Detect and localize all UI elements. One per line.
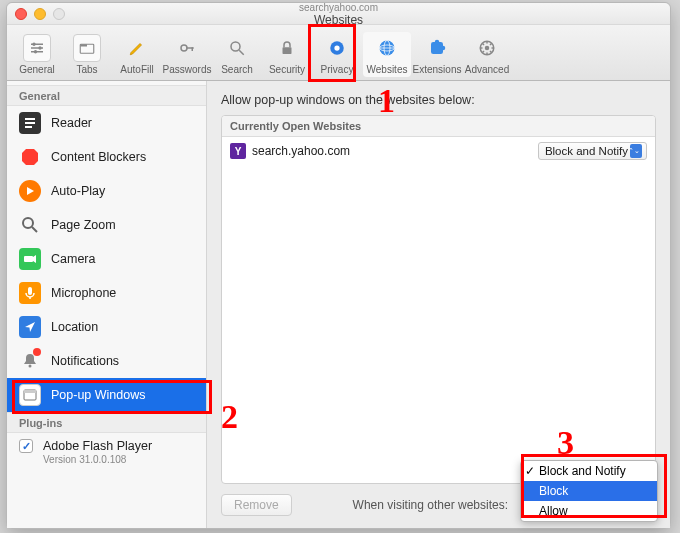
tabs-icon	[73, 34, 101, 62]
zoom-button[interactable]	[53, 8, 65, 20]
toolbar-label: Privacy	[321, 64, 354, 75]
sidebar-item-label: Auto-Play	[51, 184, 105, 198]
location-icon	[19, 316, 41, 338]
sidebar-item-popup-windows[interactable]: Pop-up Windows	[7, 378, 206, 412]
title-subtitle: Websites	[299, 14, 378, 26]
svg-point-3	[32, 43, 35, 46]
svg-rect-27	[25, 126, 32, 128]
advanced-icon	[473, 34, 501, 62]
title-stack: searchyahoo.com Websites	[299, 2, 378, 26]
sidebar: General Reader Content Blockers Auto-Pla…	[7, 81, 207, 528]
key-icon	[173, 34, 201, 62]
toolbar-passwords[interactable]: Passwords	[163, 32, 211, 77]
camera-icon	[19, 248, 41, 270]
plugin-text: Adobe Flash Player Version 31.0.0.108	[43, 439, 152, 465]
svg-rect-13	[283, 47, 292, 54]
svg-rect-34	[28, 287, 32, 295]
svg-point-11	[231, 42, 240, 51]
toolbar-label: General	[19, 64, 55, 75]
sidebar-item-label: Page Zoom	[51, 218, 116, 232]
toolbar-advanced[interactable]: Advanced	[463, 32, 511, 77]
table-row[interactable]: Y search.yahoo.com Block and Notify	[222, 137, 655, 165]
stop-icon	[19, 146, 41, 168]
sidebar-item-flash[interactable]: Adobe Flash Player Version 31.0.0.108	[7, 433, 206, 471]
svg-point-5	[34, 50, 37, 53]
sidebar-item-notifications[interactable]: Notifications	[7, 344, 206, 378]
menu-option-block-and-notify[interactable]: Block and Notify	[521, 461, 657, 481]
svg-rect-10	[192, 47, 194, 51]
sidebar-item-location[interactable]: Location	[7, 310, 206, 344]
play-icon	[19, 180, 41, 202]
site-domain: search.yahoo.com	[252, 144, 538, 158]
plugin-checkbox[interactable]	[19, 439, 33, 453]
svg-marker-36	[25, 322, 35, 332]
svg-rect-25	[25, 118, 35, 120]
sidebar-item-auto-play[interactable]: Auto-Play	[7, 174, 206, 208]
svg-line-12	[239, 50, 244, 55]
toolbar-label: Search	[221, 64, 253, 75]
svg-point-15	[334, 45, 339, 50]
puzzle-icon	[423, 34, 451, 62]
toolbar-extensions[interactable]: Extensions	[413, 32, 461, 77]
svg-marker-33	[33, 255, 36, 263]
close-button[interactable]	[15, 8, 27, 20]
sidebar-header-general: General	[7, 85, 206, 106]
svg-marker-29	[27, 187, 34, 195]
notification-badge	[33, 348, 41, 356]
svg-point-21	[435, 40, 440, 45]
sidebar-item-reader[interactable]: Reader	[7, 106, 206, 140]
toolbar-websites[interactable]: Websites	[363, 32, 411, 77]
svg-rect-7	[80, 44, 87, 46]
svg-point-30	[23, 218, 33, 228]
default-policy-menu: Block and Notify Block Allow	[520, 460, 658, 522]
globe-icon	[373, 34, 401, 62]
sidebar-item-label: Reader	[51, 116, 92, 130]
toolbar-autofill[interactable]: AutoFill	[113, 32, 161, 77]
table-header: Currently Open Websites	[222, 116, 655, 137]
websites-table: Currently Open Websites Y search.yahoo.c…	[221, 115, 656, 484]
svg-rect-39	[24, 390, 36, 393]
remove-button[interactable]: Remove	[221, 494, 292, 516]
titlebar: searchyahoo.com Websites	[7, 3, 670, 25]
zoom-icon	[19, 214, 41, 236]
privacy-icon	[323, 34, 351, 62]
toolbar-search[interactable]: Search	[213, 32, 261, 77]
toolbar-label: Advanced	[465, 64, 509, 75]
preferences-window: searchyahoo.com Websites General Tabs Au…	[6, 2, 671, 529]
window-icon	[19, 384, 41, 406]
toolbar: General Tabs AutoFill Passwords	[7, 25, 670, 81]
toolbar-tabs[interactable]: Tabs	[63, 32, 111, 77]
minimize-button[interactable]	[34, 8, 46, 20]
sidebar-item-label: Notifications	[51, 354, 119, 368]
sidebar-item-label: Camera	[51, 252, 95, 266]
pencil-icon	[123, 34, 151, 62]
main-heading: Allow pop-up windows on the websites bel…	[221, 93, 656, 107]
svg-point-24	[485, 46, 490, 51]
toolbar-label: Security	[269, 64, 305, 75]
menu-option-block[interactable]: Block	[521, 481, 657, 501]
sidebar-item-content-blockers[interactable]: Content Blockers	[7, 140, 206, 174]
sidebar-header-plugins: Plug-ins	[7, 412, 206, 433]
sidebar-item-label: Location	[51, 320, 98, 334]
svg-line-31	[32, 227, 37, 232]
sidebar-item-camera[interactable]: Camera	[7, 242, 206, 276]
lock-icon	[273, 34, 301, 62]
toolbar-general[interactable]: General	[13, 32, 61, 77]
reader-icon	[19, 112, 41, 134]
svg-point-8	[181, 45, 187, 51]
sidebar-item-page-zoom[interactable]: Page Zoom	[7, 208, 206, 242]
plugin-version: Version 31.0.0.108	[43, 454, 152, 465]
gear-icon	[23, 34, 51, 62]
traffic-lights	[15, 8, 65, 20]
toolbar-security[interactable]: Security	[263, 32, 311, 77]
svg-rect-26	[25, 122, 35, 124]
footer-label: When visiting other websites:	[353, 498, 508, 512]
plugin-label: Adobe Flash Player	[43, 439, 152, 453]
menu-option-allow[interactable]: Allow	[521, 501, 657, 521]
favicon-icon: Y	[230, 143, 246, 159]
sidebar-item-microphone[interactable]: Microphone	[7, 276, 206, 310]
toolbar-label: Tabs	[76, 64, 97, 75]
svg-point-37	[29, 365, 32, 368]
toolbar-privacy[interactable]: Privacy	[313, 32, 361, 77]
row-policy-select[interactable]: Block and Notify	[538, 142, 647, 160]
